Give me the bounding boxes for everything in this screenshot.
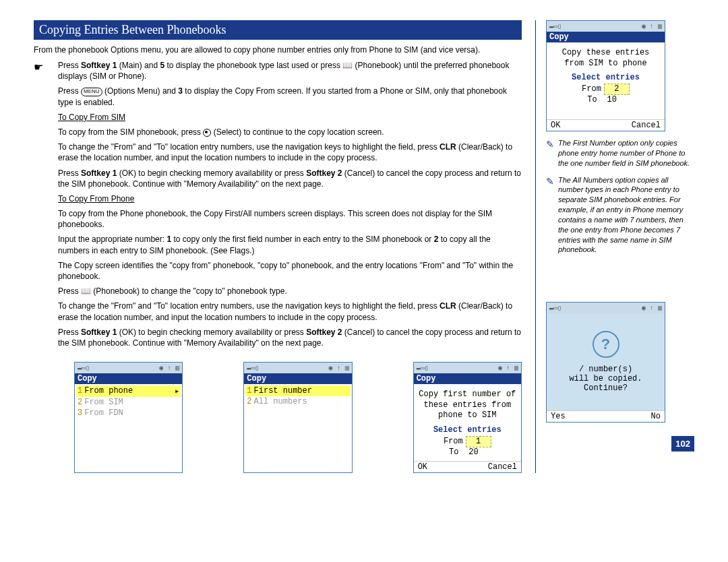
statusbar-icons-right: ◉ ↑ ▥ — [498, 364, 518, 372]
select-entries-label: Select entries — [415, 425, 520, 436]
phone-screen-first-all: ▬▭▯◉ ↑ ▥ Copy 1First number 2All numbers — [243, 362, 352, 473]
select-entries-label: Select entries — [548, 73, 663, 84]
phonebook-icon: 📖 — [81, 286, 91, 296]
confirm-text: / number(s) — [579, 365, 632, 374]
statusbar-icons-right: ◉ ↑ ▥ — [159, 364, 179, 372]
ok-softkey[interactable]: OK — [418, 462, 427, 472]
copy-desc: these entries from — [415, 400, 520, 411]
from-label: From — [444, 437, 463, 447]
cancel-softkey[interactable]: Cancel — [632, 121, 661, 130]
statusbar-icons-left: ▬▭▯ — [549, 304, 562, 312]
statusbar-icons-left: ▬▭▯ — [549, 22, 562, 30]
confirm-text: will be copied. — [569, 374, 642, 383]
phone-screen-select-entries-phone: ▬▭▯◉ ↑ ▥ Copy Copy first number of these… — [413, 362, 522, 473]
phone-screen-copy-from: ▬▭▯◉ ↑ ▥ Copy 1From phone▸ 2From SIM 3Fr… — [74, 362, 183, 473]
heading-copy-from-phone: To Copy From Phone — [58, 193, 522, 204]
copy-desc: Copy these entries — [548, 48, 663, 59]
to-label: To — [449, 447, 458, 458]
screen-title: Copy — [244, 373, 351, 384]
heading-copy-from-sim: To Copy From SIM — [58, 112, 522, 123]
pointer-icon: ☛ — [34, 60, 58, 82]
screen-title: Copy — [547, 32, 665, 42]
list-item[interactable]: 1First number — [245, 385, 350, 396]
list-item[interactable]: 2From SIM — [76, 397, 181, 408]
phone-screen-confirm: ▬▭▯◉ ↑ ▥ ? / number(s) will be copied. C… — [546, 302, 665, 423]
sim-step-3: Press Softkey 1 (OK) to begin checking m… — [58, 168, 522, 189]
list-item[interactable]: 2All numbers — [245, 396, 350, 407]
select-icon — [203, 129, 211, 137]
yes-softkey[interactable]: Yes — [551, 412, 566, 421]
list-item[interactable]: 1From phone▸ — [76, 385, 181, 397]
phone-step-5: To change the "From" and "To" location e… — [58, 301, 522, 322]
phone-step-3: The Copy screen identifies the "copy fro… — [58, 260, 522, 282]
copy-desc: from SIM to phone — [548, 59, 663, 69]
statusbar-icons-right: ◉ ↑ ▥ — [329, 364, 349, 372]
statusbar-icons-left: ▬▭▯ — [247, 364, 259, 372]
note-first-number: The First Number option only copies phon… — [558, 138, 694, 168]
screen-title: Copy — [75, 373, 182, 384]
from-field[interactable]: 2 — [604, 84, 630, 96]
statusbar-icons-right: ◉ ↑ ▥ — [642, 304, 662, 312]
chevron-right-icon: ▸ — [175, 386, 179, 396]
sim-step-2: To change the "From" and "To" location e… — [58, 142, 522, 163]
from-field[interactable]: 1 — [466, 436, 491, 448]
note-icon: ✎ — [546, 138, 554, 168]
statusbar-icons-right: ◉ ↑ ▥ — [642, 22, 662, 30]
menu-icon: MENU — [81, 88, 102, 96]
ok-softkey[interactable]: OK — [551, 121, 560, 130]
to-label: To — [587, 95, 597, 106]
note-icon: ✎ — [546, 175, 554, 255]
phone-step-2: Input the appropriate number: 1 to copy … — [58, 234, 522, 255]
statusbar-icons-left: ▬▭▯ — [417, 364, 429, 372]
sim-step-1: To copy from the SIM phonebook, press (S… — [58, 127, 522, 137]
phonebook-icon: 📖 — [342, 61, 353, 70]
copy-desc: phone to SIM — [415, 410, 520, 421]
intro-text: From the phonebook Options menu, you are… — [34, 45, 522, 55]
phone-step-6: Press Softkey 1 (OK) to begin checking m… — [58, 327, 522, 348]
screen-title: Copy — [414, 373, 521, 384]
to-field[interactable]: 20 — [462, 447, 486, 458]
cancel-softkey[interactable]: Cancel — [488, 462, 517, 472]
from-label: From — [582, 84, 601, 95]
confirm-text: Continue? — [584, 383, 628, 393]
to-field[interactable]: 10 — [600, 95, 624, 106]
step-2: Press MENU (Options Menu) and 3 to displ… — [58, 86, 522, 107]
question-icon: ? — [593, 331, 619, 358]
phone-step-1: To copy from the Phone phonebook, the Co… — [58, 208, 522, 230]
phone-step-4: Press 📖 (Phonebook) to change the "copy … — [58, 286, 522, 296]
no-softkey[interactable]: No — [651, 412, 661, 421]
page-number: 102 — [671, 436, 694, 451]
note-all-numbers: The All Numbers option copies all number… — [558, 175, 694, 255]
section-title: Copying Entries Between Phonebooks — [34, 20, 522, 40]
statusbar-icons-left: ▬▭▯ — [78, 364, 90, 372]
copy-desc: Copy first number of — [415, 389, 520, 400]
list-item[interactable]: 3From FDN — [76, 408, 181, 418]
phone-screen-select-entries-sim: ▬▭▯◉ ↑ ▥ Copy Copy these entries from SI… — [546, 20, 665, 131]
step-1: Press Softkey 1 (Main) and 5 to display … — [58, 60, 522, 82]
